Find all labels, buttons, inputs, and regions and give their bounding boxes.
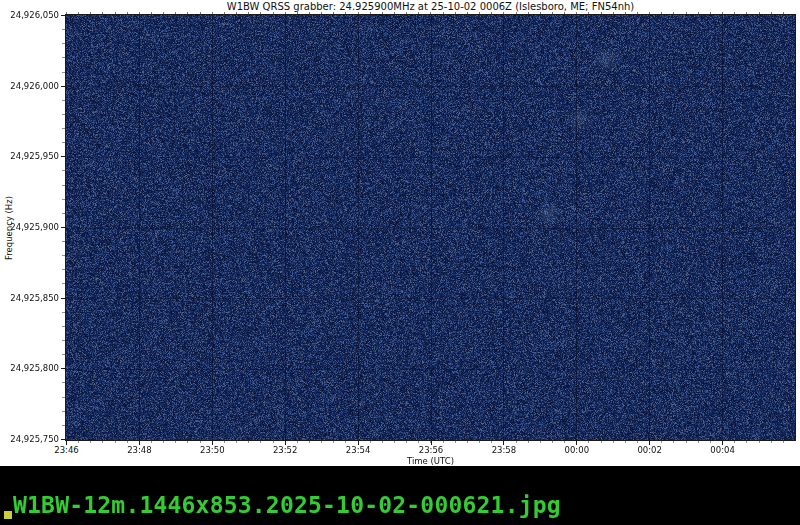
x-tick-label: 23:52 xyxy=(263,446,307,455)
y-tick-mark xyxy=(61,15,66,16)
x-axis-label: Time (UTC) xyxy=(66,456,795,466)
y-tick-label: 24,926,050 xyxy=(0,11,59,20)
y-tick-label: 24,925,900 xyxy=(0,223,59,232)
x-tick-label: 00:00 xyxy=(555,446,599,455)
y-tick-mark xyxy=(61,368,66,369)
x-tick-label: 23:48 xyxy=(117,446,161,455)
y-tick-label: 24,925,850 xyxy=(0,294,59,303)
y-tick-label: 24,925,800 xyxy=(0,364,59,373)
x-tick-label: 23:56 xyxy=(409,446,453,455)
qrss-grabber-screenshot: W1BW QRSS grabber: 24.925900MHz at 25-10… xyxy=(0,0,800,525)
status-filename: W1BW-12m.1446x853.2025-10-02-000621.jpg xyxy=(13,493,561,517)
spectrogram-noise-canvas xyxy=(66,15,795,440)
y-tick-mark xyxy=(61,298,66,299)
y-tick-label: 24,925,750 xyxy=(0,435,59,444)
x-tick-label: 23:46 xyxy=(45,446,89,455)
x-tick-label: 23:58 xyxy=(482,446,526,455)
spectrogram-plot xyxy=(66,15,795,440)
y-tick-label: 24,926,000 xyxy=(0,82,59,91)
status-bar: W1BW-12m.1446x853.2025-10-02-000621.jpg xyxy=(0,466,800,525)
y-tick-mark xyxy=(61,439,66,440)
x-tick-label: 23:54 xyxy=(336,446,380,455)
y-tick-mark xyxy=(61,86,66,87)
y-tick-mark xyxy=(61,227,66,228)
cursor-block-icon xyxy=(4,511,12,519)
x-tick-label: 00:02 xyxy=(628,446,672,455)
x-tick-label: 00:04 xyxy=(701,446,745,455)
y-tick-label: 24,925,950 xyxy=(0,152,59,161)
x-tick-label: 23:50 xyxy=(190,446,234,455)
y-tick-mark xyxy=(61,156,66,157)
